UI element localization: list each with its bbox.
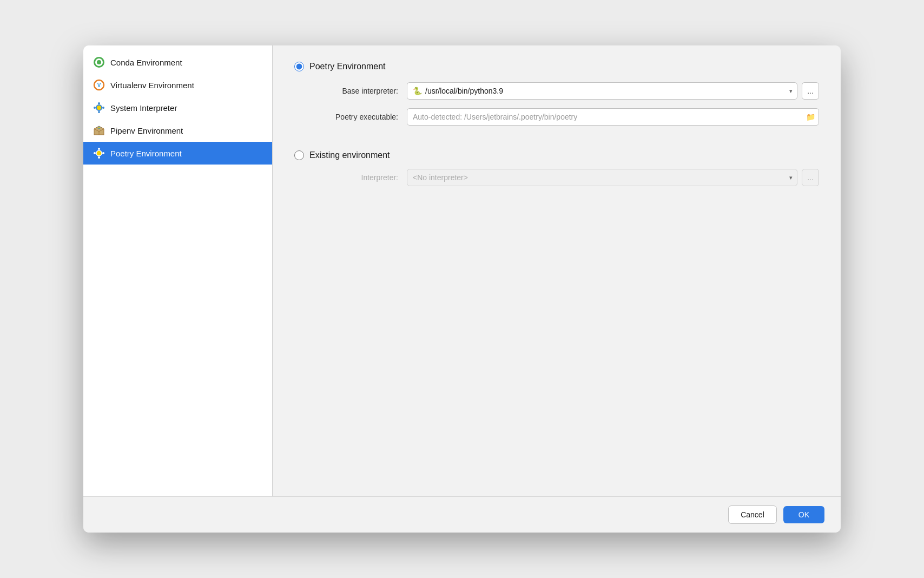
interpreter-ellipsis-label: ...: [807, 173, 814, 182]
main-content: Poetry Environment Base interpreter: 🐍 /…: [273, 45, 841, 496]
interpreter-row: Interpreter: <No interpreter> ▾ ...: [309, 169, 819, 186]
sidebar: Conda Environment V Virtualenv Environme…: [83, 45, 273, 496]
folder-icon: 📁: [806, 113, 815, 121]
base-interpreter-label: Base interpreter:: [309, 87, 407, 95]
poetry-executable-label: Poetry executable:: [309, 113, 407, 121]
poetry-executable-input[interactable]: Auto-detected: /Users/jetbrains/.poetry/…: [407, 108, 819, 126]
existing-environment-section: Existing environment Interpreter: <No in…: [294, 150, 819, 195]
content-spacer: [294, 195, 819, 480]
sidebar-item-pipenv[interactable]: Pipenv Environment: [83, 119, 272, 142]
interpreter-label: Interpreter:: [309, 173, 407, 182]
svg-point-2: [96, 105, 102, 110]
interpreter-dropdown: <No interpreter> ▾: [407, 169, 797, 186]
virtualenv-icon: V: [93, 79, 105, 91]
base-interpreter-ellipsis-button[interactable]: ...: [802, 82, 819, 100]
svg-text:V: V: [97, 82, 101, 88]
sidebar-item-system[interactable]: System Interpreter: [83, 96, 272, 119]
dialog: Conda Environment V Virtualenv Environme…: [83, 45, 841, 533]
interpreter-placeholder: <No interpreter>: [413, 173, 468, 182]
base-interpreter-dropdown[interactable]: 🐍 /usr/local/bin/python3.9 ▾: [407, 82, 797, 100]
sidebar-item-label-virtualenv: Virtualenv Environment: [110, 81, 194, 90]
sidebar-item-label-system: System Interpreter: [110, 103, 177, 113]
sidebar-item-label-poetry: Poetry Environment: [110, 149, 182, 158]
poetry-icon: [93, 147, 105, 159]
base-interpreter-dropdown-container: 🐍 /usr/local/bin/python3.9 ▾: [407, 82, 797, 100]
svg-point-8: [98, 127, 100, 129]
dialog-footer: Cancel OK: [83, 496, 841, 533]
poetry-executable-field-wrapper: Auto-detected: /Users/jetbrains/.poetry/…: [407, 108, 819, 126]
sidebar-item-label-conda: Conda Environment: [110, 58, 182, 67]
cancel-button[interactable]: Cancel: [728, 505, 777, 524]
sidebar-item-poetry[interactable]: Poetry Environment: [83, 142, 272, 165]
sidebar-item-conda[interactable]: Conda Environment: [83, 51, 272, 74]
base-interpreter-row: Base interpreter: 🐍 /usr/local/bin/pytho…: [309, 82, 819, 100]
poetry-environment-label[interactable]: Poetry Environment: [309, 62, 386, 71]
svg-point-3: [98, 102, 100, 104]
conda-icon: [93, 56, 105, 68]
poetry-environment-radio[interactable]: [294, 62, 304, 71]
svg-point-5: [94, 107, 96, 109]
poetry-radio-header: Poetry Environment: [294, 62, 819, 71]
system-icon: [93, 102, 105, 114]
interpreter-dropdown-container: <No interpreter> ▾: [407, 169, 797, 186]
svg-point-11: [98, 156, 100, 159]
base-interpreter-python-icon: 🐍: [413, 87, 422, 95]
svg-point-10: [98, 148, 100, 150]
base-interpreter-dropdown-arrow: ▾: [789, 88, 793, 95]
poetry-environment-section: Poetry Environment Base interpreter: 🐍 /…: [294, 62, 819, 134]
base-interpreter-field-wrapper: 🐍 /usr/local/bin/python3.9 ▾ ...: [407, 82, 819, 100]
existing-radio-header: Existing environment: [294, 150, 819, 160]
sidebar-item-virtualenv[interactable]: V Virtualenv Environment: [83, 74, 272, 96]
interpreter-dropdown-arrow: ▾: [789, 174, 793, 181]
svg-point-4: [98, 111, 100, 113]
svg-point-6: [102, 107, 104, 109]
dialog-body: Conda Environment V Virtualenv Environme…: [83, 45, 841, 496]
svg-point-13: [102, 152, 104, 154]
existing-environment-label[interactable]: Existing environment: [309, 150, 390, 160]
existing-environment-radio[interactable]: [294, 150, 304, 160]
svg-point-9: [96, 150, 102, 156]
svg-point-12: [94, 152, 96, 154]
ok-button[interactable]: OK: [783, 506, 824, 523]
interpreter-field-wrapper: <No interpreter> ▾ ...: [407, 169, 819, 186]
base-interpreter-value: /usr/local/bin/python3.9: [425, 87, 503, 95]
interpreter-ellipsis-button: ...: [802, 169, 819, 186]
pipenv-icon: [93, 124, 105, 136]
sidebar-item-label-pipenv: Pipenv Environment: [110, 126, 183, 135]
base-interpreter-ellipsis-label: ...: [807, 87, 814, 95]
poetry-executable-placeholder: Auto-detected: /Users/jetbrains/.poetry/…: [413, 113, 577, 121]
poetry-executable-row: Poetry executable: Auto-detected: /Users…: [309, 108, 819, 126]
